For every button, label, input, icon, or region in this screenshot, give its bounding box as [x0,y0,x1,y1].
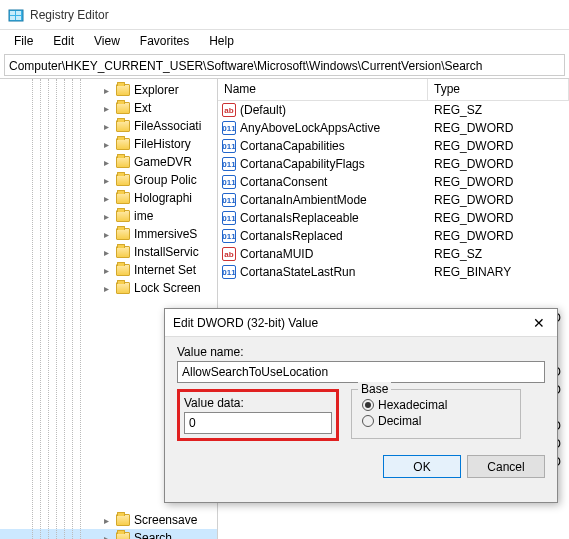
ok-button[interactable]: OK [383,455,461,478]
radio-dec-row[interactable]: Decimal [362,414,510,428]
value-type: REG_DWORD [428,157,569,171]
value-type: REG_DWORD [428,175,569,189]
value-data-input[interactable] [184,412,332,434]
value-type: REG_SZ [428,103,569,117]
list-row[interactable]: 011CortanaIsReplaceableREG_DWORD [218,209,569,227]
value-icon: 011 [222,175,236,189]
menu-favorites[interactable]: Favorites [130,32,199,50]
svg-rect-2 [16,11,21,15]
dialog-titlebar[interactable]: Edit DWORD (32-bit) Value ✕ [165,309,557,337]
value-name-label: Value name: [177,345,545,359]
folder-icon [116,138,130,150]
value-icon: 011 [222,265,236,279]
radio-hex[interactable] [362,399,374,411]
chevron-right-icon[interactable]: ▸ [100,85,112,96]
menu-edit[interactable]: Edit [43,32,84,50]
chevron-right-icon[interactable]: ▸ [100,193,112,204]
value-name: CortanaIsReplaceable [240,211,359,225]
chevron-right-icon[interactable]: ▸ [100,265,112,276]
close-icon[interactable]: ✕ [529,315,549,331]
value-name: (Default) [240,103,286,117]
value-type: REG_DWORD [428,121,569,135]
chevron-right-icon[interactable]: ▸ [100,533,112,540]
dialog-title: Edit DWORD (32-bit) Value [173,316,318,330]
base-label: Base [358,382,391,396]
cancel-button[interactable]: Cancel [467,455,545,478]
tree-item-label: FileAssociati [134,119,201,133]
tree-item-label: ime [134,209,153,223]
value-icon: 011 [222,121,236,135]
title-bar: Registry Editor [0,0,569,30]
radio-hex-label: Hexadecimal [378,398,447,412]
value-type: REG_SZ [428,247,569,261]
value-type: REG_DWORD [428,211,569,225]
value-icon: ab [222,103,236,117]
folder-icon [116,532,130,539]
chevron-right-icon[interactable]: ▸ [100,229,112,240]
chevron-right-icon[interactable]: ▸ [100,157,112,168]
list-row[interactable]: 011CortanaCapabilitiesREG_DWORD [218,137,569,155]
folder-icon [116,514,130,526]
value-icon: 011 [222,157,236,171]
list-row[interactable]: 011CortanaCapabilityFlagsREG_DWORD [218,155,569,173]
menu-bar: File Edit View Favorites Help [0,30,569,52]
value-name: CortanaCapabilities [240,139,345,153]
value-name: CortanaStateLastRun [240,265,355,279]
chevron-right-icon[interactable]: ▸ [100,247,112,258]
value-name: CortanaCapabilityFlags [240,157,365,171]
radio-hex-row[interactable]: Hexadecimal [362,398,510,412]
list-row[interactable]: 011CortanaConsentREG_DWORD [218,173,569,191]
tree-item-label: Holographi [134,191,192,205]
value-icon: ab [222,247,236,261]
col-header-name[interactable]: Name [218,79,428,100]
value-name: CortanaMUID [240,247,313,261]
folder-icon [116,246,130,258]
list-row[interactable]: abCortanaMUIDREG_SZ [218,245,569,263]
tree-item-label: Ext [134,101,151,115]
value-name-input[interactable] [177,361,545,383]
menu-file[interactable]: File [4,32,43,50]
value-data-highlight: Value data: [177,389,339,441]
radio-dec[interactable] [362,415,374,427]
chevron-right-icon[interactable]: ▸ [100,121,112,132]
chevron-right-icon[interactable]: ▸ [100,103,112,114]
svg-rect-3 [10,16,15,20]
list-row[interactable]: 011CortanaStateLastRunREG_BINARY [218,263,569,281]
col-header-type[interactable]: Type [428,79,569,100]
tree-item-label: Lock Screen [134,281,201,295]
folder-icon [116,264,130,276]
folder-icon [116,156,130,168]
folder-icon [116,192,130,204]
menu-view[interactable]: View [84,32,130,50]
chevron-right-icon[interactable]: ▸ [100,175,112,186]
tree-item-label: ImmersiveS [134,227,197,241]
value-name: CortanaConsent [240,175,327,189]
window-title: Registry Editor [30,8,109,22]
list-row[interactable]: 011AnyAboveLockAppsActiveREG_DWORD [218,119,569,137]
value-name: CortanaIsReplaced [240,229,343,243]
list-row[interactable]: 011CortanaIsReplacedREG_DWORD [218,227,569,245]
value-icon: 011 [222,229,236,243]
value-type: REG_DWORD [428,139,569,153]
address-bar[interactable]: Computer\HKEY_CURRENT_USER\Software\Micr… [4,54,565,76]
value-icon: 011 [222,193,236,207]
list-row[interactable]: ab(Default)REG_SZ [218,101,569,119]
tree-item-label: Screensave [134,513,197,527]
value-icon: 011 [222,139,236,153]
folder-icon [116,120,130,132]
folder-icon [116,210,130,222]
tree-item-label: FileHistory [134,137,191,151]
folder-icon [116,282,130,294]
list-row[interactable]: 011CortanaInAmbientModeREG_DWORD [218,191,569,209]
tree-item-label: GameDVR [134,155,192,169]
tree-item-label: Explorer [134,83,179,97]
list-header[interactable]: Name Type [218,79,569,101]
chevron-right-icon[interactable]: ▸ [100,211,112,222]
chevron-right-icon[interactable]: ▸ [100,515,112,526]
tree-item-label: Internet Set [134,263,196,277]
value-type: REG_DWORD [428,193,569,207]
chevron-right-icon[interactable]: ▸ [100,283,112,294]
menu-help[interactable]: Help [199,32,244,50]
chevron-right-icon[interactable]: ▸ [100,139,112,150]
radio-dec-label: Decimal [378,414,421,428]
